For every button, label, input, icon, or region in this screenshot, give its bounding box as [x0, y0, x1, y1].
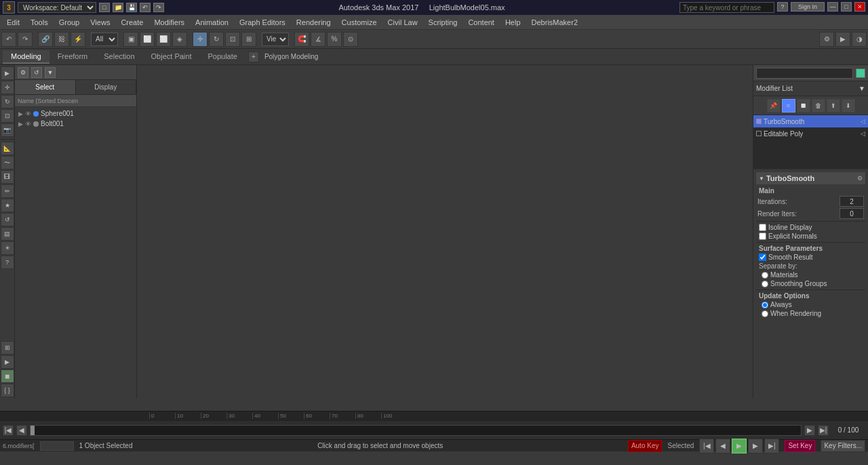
- mod-stack-btn[interactable]: ≡: [782, 99, 795, 113]
- tab-freeform[interactable]: Freeform: [50, 50, 96, 64]
- scene-options-btn[interactable]: ⚙: [18, 67, 28, 78]
- modifier-list-arrow[interactable]: ▼: [859, 85, 865, 92]
- layers-icon[interactable]: ▤: [1, 227, 14, 241]
- scene-filter-btn[interactable]: ▼: [45, 67, 56, 78]
- scene-item-sphere[interactable]: ▶ 👁 Sphere001: [16, 108, 135, 119]
- spinner-snap-btn[interactable]: ⊙: [343, 32, 358, 47]
- materials-radio[interactable]: [762, 272, 768, 279]
- mod-editable-poly[interactable]: Editable Poly ◁: [753, 127, 868, 140]
- help-btn[interactable]: ?: [777, 2, 788, 12]
- iterations-input[interactable]: 2: [840, 196, 864, 207]
- next-frame-btn[interactable]: ▶: [748, 439, 763, 453]
- menu-views[interactable]: Views: [85, 17, 115, 28]
- select-btn[interactable]: ▣: [123, 32, 138, 47]
- menu-debrismaker[interactable]: DebrisMaker2: [526, 17, 583, 28]
- menu-customize[interactable]: Customize: [336, 17, 382, 28]
- mod-pin-btn[interactable]: 📌: [767, 99, 781, 113]
- script-icon[interactable]: { }: [1, 384, 14, 397]
- move-mode-icon[interactable]: ✛: [1, 81, 14, 94]
- link-btn[interactable]: 🔗: [38, 32, 53, 47]
- menu-help[interactable]: Help: [500, 17, 526, 28]
- close-btn[interactable]: ✕: [854, 2, 865, 12]
- mod-move-up-btn[interactable]: ⬆: [827, 99, 840, 113]
- play-fwd-btn[interactable]: ▶|: [764, 439, 779, 453]
- turbosmooth-options-icon[interactable]: ⚙: [857, 175, 863, 182]
- measure-icon[interactable]: 📐: [1, 142, 14, 155]
- render-icon[interactable]: 🎞: [1, 170, 14, 184]
- isoline-checkbox[interactable]: [759, 224, 766, 231]
- scale2-btn[interactable]: ⊞: [241, 32, 256, 47]
- angle-snap-btn[interactable]: ∡: [311, 32, 326, 47]
- tab-object-paint[interactable]: Object Paint: [143, 50, 200, 64]
- smoothing-groups-radio[interactable]: [762, 281, 768, 287]
- rotate-btn[interactable]: ↻: [209, 32, 224, 47]
- render-iters-input[interactable]: 0: [840, 208, 864, 219]
- object-name-input[interactable]: Sphere001: [756, 68, 853, 79]
- select-region2-btn[interactable]: ⬜: [156, 32, 171, 47]
- save-btn[interactable]: 💾: [126, 3, 137, 12]
- snap-btn[interactable]: 🧲: [294, 32, 309, 47]
- tab-modeling[interactable]: Modeling: [3, 50, 50, 64]
- mod-move-down-btn[interactable]: ⬇: [842, 99, 855, 113]
- search-input[interactable]: [679, 2, 774, 13]
- help-left-icon[interactable]: ?: [1, 256, 14, 269]
- undo-btn[interactable]: ↶: [140, 3, 151, 12]
- scene-refresh-btn[interactable]: ↺: [31, 67, 42, 78]
- tab-plus-btn[interactable]: +: [248, 52, 259, 62]
- menu-create[interactable]: Create: [115, 17, 149, 28]
- timeline-track[interactable]: [30, 425, 802, 436]
- menu-animation[interactable]: Animation: [190, 17, 234, 28]
- play-back-btn[interactable]: |◀: [699, 439, 714, 453]
- menu-scripting[interactable]: Scripting: [423, 17, 463, 28]
- refresh-icon[interactable]: ↺: [1, 213, 14, 226]
- mod-delete-btn[interactable]: 🗑: [812, 99, 825, 113]
- open-btn[interactable]: 📁: [113, 3, 123, 12]
- view-dropdown[interactable]: View: [262, 33, 289, 46]
- menu-edit[interactable]: Edit: [1, 17, 25, 28]
- tab-selection[interactable]: Selection: [96, 50, 142, 64]
- render-btn[interactable]: ▶: [835, 32, 850, 47]
- filter-dropdown[interactable]: All: [91, 33, 118, 46]
- redo-toolbar-btn[interactable]: ↷: [18, 32, 33, 47]
- select-region3-btn[interactable]: ◈: [172, 32, 187, 47]
- camera-icon[interactable]: 📷: [1, 123, 14, 137]
- smooth-result-checkbox[interactable]: [759, 254, 766, 261]
- menu-content[interactable]: Content: [462, 17, 500, 28]
- timeline-next-btn[interactable]: ▶|: [818, 425, 829, 436]
- timeline-fwd-btn[interactable]: ▶: [804, 425, 815, 436]
- scene-item-bolt[interactable]: ▶ 👁 Bolt001: [16, 119, 135, 129]
- prev-frame-btn[interactable]: ◀: [715, 439, 730, 453]
- workspace-dropdown[interactable]: Workspace: Default: [18, 2, 96, 13]
- select-mode-icon[interactable]: ▶: [1, 66, 14, 80]
- scene-tab-display[interactable]: Display: [76, 80, 137, 94]
- scale-btn[interactable]: ⊡: [225, 32, 240, 47]
- grid-icon[interactable]: ◼: [1, 369, 14, 383]
- timeline-prev-btn[interactable]: |◀: [3, 425, 14, 436]
- play-icon[interactable]: ▶: [1, 355, 14, 369]
- select-region-btn[interactable]: ⬜: [140, 32, 155, 47]
- when-rendering-radio[interactable]: [762, 310, 768, 317]
- mod-render-btn[interactable]: 🔲: [797, 99, 810, 113]
- maximize-btn[interactable]: □: [841, 2, 852, 12]
- auto-key-btn[interactable]: Auto Key: [628, 440, 663, 452]
- menu-civil-law[interactable]: Civil Law: [382, 17, 423, 28]
- new-btn[interactable]: □: [99, 3, 110, 12]
- wave-icon[interactable]: 〜: [1, 156, 14, 169]
- mod-turbosmooth[interactable]: TurboSmooth ◁: [753, 115, 868, 127]
- render-setup-btn[interactable]: ⚙: [819, 32, 834, 47]
- key-filters-btn[interactable]: Key Filters...: [821, 440, 865, 452]
- edit-icon[interactable]: ✏: [1, 184, 14, 198]
- activeshade-btn[interactable]: ◑: [852, 32, 867, 47]
- minimize-btn[interactable]: —: [827, 2, 838, 12]
- undo-toolbar-btn[interactable]: ↶: [1, 32, 16, 47]
- menu-group[interactable]: Group: [54, 17, 85, 28]
- menu-rendering[interactable]: Rendering: [291, 17, 336, 28]
- timeline-back-btn[interactable]: ◀: [16, 425, 27, 436]
- always-radio[interactable]: [762, 302, 768, 308]
- object-color-swatch[interactable]: [856, 68, 865, 78]
- scene-tab-select[interactable]: Select: [15, 80, 76, 94]
- set-key-btn[interactable]: Set Key: [785, 440, 815, 452]
- play-btn[interactable]: ▶: [732, 439, 747, 453]
- menu-tools[interactable]: Tools: [25, 17, 54, 28]
- scale-mode-icon[interactable]: ⊡: [1, 109, 14, 123]
